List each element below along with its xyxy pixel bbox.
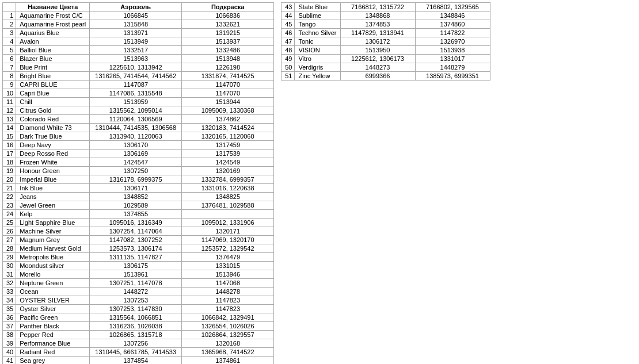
table-row: 26 Machine Silver 1307254, 1147064 13201… xyxy=(3,227,274,236)
color-name: Blazer Blue xyxy=(16,55,90,63)
row-num: 14 xyxy=(3,124,16,132)
row-num: 9 xyxy=(3,81,16,89)
aerosol-value: 1316178, 6999375 xyxy=(90,175,182,184)
row-num: 34 xyxy=(3,296,16,305)
podkraska-value: 1376481, 1029588 xyxy=(182,201,274,210)
table-row: 41 Sea grey 1374854 1374861 xyxy=(3,357,274,365)
color-name: Metropolis Blue xyxy=(16,253,90,262)
table-row: 49 Vitro 1225612, 1306173 1331017 xyxy=(282,55,490,63)
table-row: 47 Tonic 1306172 1326970 xyxy=(282,37,490,46)
podkraska-value: 1385973, 6999351 xyxy=(415,72,490,81)
aerosol-value: 1513961 xyxy=(90,270,182,279)
color-name: Pacific Green xyxy=(16,313,90,322)
row-num: 33 xyxy=(3,288,16,296)
color-name: Aquarius Blue xyxy=(16,29,90,37)
row-num: 40 xyxy=(3,348,16,357)
aerosol-value: 1316265, 7414544, 7414562 xyxy=(90,72,182,81)
left-col-aerosol: Аэрозоль xyxy=(90,3,182,12)
color-name: Kelp xyxy=(16,210,90,219)
color-name: Magnum Grey xyxy=(16,236,90,244)
aerosol-value: 1374854 xyxy=(90,357,182,365)
row-num: 23 xyxy=(3,201,16,210)
aerosol-value: 1029589 xyxy=(90,201,182,210)
aerosol-value: 1332517 xyxy=(90,46,182,55)
podkraska-value: 1320168 xyxy=(182,339,274,348)
podkraska-value: 1319215 xyxy=(182,29,274,37)
aerosol-value: 6999366 xyxy=(340,72,415,81)
row-num: 31 xyxy=(3,270,16,279)
color-name: State Blue xyxy=(295,3,340,12)
podkraska-value: 1320171 xyxy=(182,227,274,236)
table-row: 3 Aquarius Blue 1313971 1319215 xyxy=(3,29,274,37)
aerosol-value: 1513949 xyxy=(90,37,182,46)
podkraska-value: 1147070 xyxy=(182,89,274,98)
row-num: 21 xyxy=(3,184,16,193)
color-name: Ink Blue xyxy=(16,184,90,193)
row-num: 4 xyxy=(3,37,16,46)
table-row: 6 Blazer Blue 1513963 1513948 xyxy=(3,55,274,63)
row-num: 17 xyxy=(3,150,16,158)
podkraska-value: 1326970 xyxy=(415,37,490,46)
color-name: Diamond White 73 xyxy=(16,124,90,132)
podkraska-value: 1424549 xyxy=(182,158,274,167)
table-row: 5 Balliol Blue 1332517 1332486 xyxy=(3,46,274,55)
color-name: Bright Blue xyxy=(16,72,90,81)
table-row: 27 Magnum Grey 1147082, 1307252 1147069,… xyxy=(3,236,274,244)
table-row: 25 Light Sapphire Blue 1095016, 1316349 … xyxy=(3,219,274,227)
table-row: 9 CAPRI BLUE 1147087 1147070 xyxy=(3,81,274,89)
color-name: Chill xyxy=(16,98,90,106)
row-num: 15 xyxy=(3,132,16,141)
color-name: Morello xyxy=(16,270,90,279)
table-row: 32 Neptune Green 1307251, 1147078 114706… xyxy=(3,279,274,288)
table-row: 24 Kelp 1374855 xyxy=(3,210,274,219)
table-row: 15 Dark True Blue 1313940, 1120063 13201… xyxy=(3,132,274,141)
row-num: 39 xyxy=(3,339,16,348)
color-name: Blue Print xyxy=(16,63,90,72)
row-num: 51 xyxy=(282,72,295,81)
table-row: 1 Aquamarine Frost C/C 1066845 1066836 xyxy=(3,12,274,20)
aerosol-value: 1225612, 1306173 xyxy=(340,55,415,63)
podkraska-value: 1348846 xyxy=(415,12,490,20)
color-name: Vitro xyxy=(295,55,340,63)
row-num: 13 xyxy=(3,115,16,124)
aerosol-value: 1311135, 1147827 xyxy=(90,253,182,262)
row-num: 38 xyxy=(3,331,16,339)
row-num: 45 xyxy=(282,20,295,29)
aerosol-value: 1513963 xyxy=(90,55,182,63)
podkraska-value: 1332621 xyxy=(182,20,274,29)
right-table: 43 State Blue 7166812, 1315722 7166802, … xyxy=(281,2,490,81)
podkraska-value: 1374860 xyxy=(415,20,490,29)
color-name: Machine Silver xyxy=(16,227,90,236)
aerosol-value: 1306171 xyxy=(90,184,182,193)
podkraska-value: 1317459 xyxy=(182,141,274,150)
color-name: Panther Black xyxy=(16,322,90,331)
aerosol-value: 1316236, 1026038 xyxy=(90,322,182,331)
aerosol-value: 7166812, 1315722 xyxy=(340,3,415,12)
aerosol-value: 1513959 xyxy=(90,98,182,106)
color-name: Honour Green xyxy=(16,167,90,175)
podkraska-value: 1147823 xyxy=(182,305,274,313)
podkraska-value: 1513946 xyxy=(182,270,274,279)
aerosol-value: 1315848 xyxy=(90,20,182,29)
table-row: 10 Capri Blue 1147086, 1315548 1147070 xyxy=(3,89,274,98)
podkraska-value: 1513948 xyxy=(182,55,274,63)
podkraska-value: 1332784, 6999357 xyxy=(182,175,274,184)
aerosol-value: 1066845 xyxy=(90,12,182,20)
row-num: 5 xyxy=(3,46,16,55)
table-row: 8 Bright Blue 1316265, 7414544, 7414562 … xyxy=(3,72,274,81)
table-row: 45 Tango 1374853 1374860 xyxy=(282,20,490,29)
row-num: 50 xyxy=(282,63,295,72)
color-name: Light Sapphire Blue xyxy=(16,219,90,227)
table-row: 18 Frozen White 1424547 1424549 xyxy=(3,158,274,167)
table-row: 2 Aquamarine Frost pearl 1315848 1332621 xyxy=(3,20,274,29)
aerosol-value: 1307251, 1147078 xyxy=(90,279,182,288)
table-row: 40 Radiant Red 1310445, 6661785, 7414533… xyxy=(3,348,274,357)
podkraska-value: 1147823 xyxy=(182,296,274,305)
podkraska-value: 1448278 xyxy=(182,288,274,296)
table-row: 44 Sublime 1348868 1348846 xyxy=(282,12,490,20)
color-name: Jeans xyxy=(16,193,90,201)
row-num: 8 xyxy=(3,72,16,81)
row-num: 36 xyxy=(3,313,16,322)
aerosol-value: 1513950 xyxy=(340,46,415,55)
table-row: 12 Citrus Gold 1315562, 1095014 1095009,… xyxy=(3,106,274,115)
